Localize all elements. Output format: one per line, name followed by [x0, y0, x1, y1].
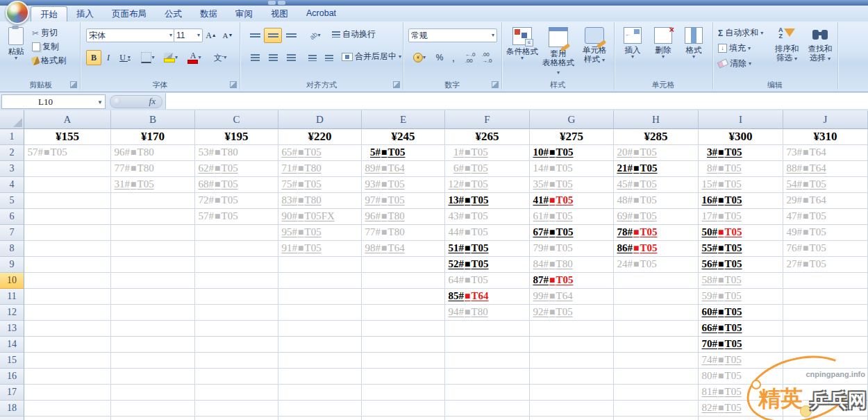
cell-H3[interactable]: 21#■T05 — [614, 161, 699, 177]
cell-J16[interactable] — [783, 369, 868, 385]
row-header-3[interactable]: 3 — [0, 161, 24, 177]
cell-G15[interactable] — [530, 353, 614, 369]
accounting-format-button[interactable]: ¥▾ — [408, 50, 431, 65]
cell-A12[interactable] — [24, 305, 111, 321]
cell-A2[interactable]: 57#■T05 — [24, 145, 111, 161]
cell-D16[interactable] — [278, 369, 362, 385]
cell-F4[interactable]: 12#■T05 — [445, 177, 530, 193]
cell-J17[interactable] — [783, 385, 868, 401]
cell-G10[interactable]: 87#■T05 — [530, 273, 614, 289]
cell-E19[interactable] — [362, 417, 445, 420]
cell-B6[interactable] — [111, 209, 195, 225]
cell-B9[interactable] — [111, 257, 195, 273]
chevron-down-icon[interactable]: ▼ — [97, 99, 103, 106]
cell-F13[interactable] — [445, 321, 530, 337]
shrink-font-button[interactable]: A▼ — [219, 28, 236, 43]
cell-J11[interactable] — [783, 289, 868, 305]
cell-H6[interactable]: 69#■T05 — [614, 209, 699, 225]
align-center-button[interactable] — [264, 50, 282, 65]
cell-A15[interactable] — [24, 353, 111, 369]
cell-B1[interactable]: ¥170 — [111, 129, 195, 145]
cell-J15[interactable] — [783, 353, 868, 369]
cell-H7[interactable]: 78#■T05 — [614, 225, 699, 241]
cell-E1[interactable]: ¥245 — [362, 129, 445, 145]
cell-I5[interactable]: 16#■T05 — [699, 193, 783, 209]
cell-D3[interactable]: 71#■T80 — [278, 161, 362, 177]
cell-J2[interactable]: 73#■T64 — [783, 145, 868, 161]
cell-J10[interactable] — [783, 273, 868, 289]
insert-function-button[interactable]: fx — [110, 95, 162, 108]
row-header-17[interactable]: 17 — [0, 385, 24, 401]
percent-style-button[interactable]: % — [432, 50, 447, 65]
cell-D14[interactable] — [278, 337, 362, 353]
cell-G18[interactable] — [530, 401, 614, 417]
cell-C11[interactable] — [195, 289, 278, 305]
cell-D2[interactable]: 65#■T05 — [278, 145, 362, 161]
cell-B19[interactable] — [111, 417, 195, 420]
cell-E16[interactable] — [362, 369, 445, 385]
cell-D4[interactable]: 75#■T05 — [278, 177, 362, 193]
format-cells-button[interactable]: 格式 ▾ — [679, 26, 708, 80]
cell-F16[interactable] — [445, 369, 530, 385]
cell-G2[interactable]: 10#■T05 — [530, 145, 614, 161]
cell-I14[interactable]: 70#■T05 — [699, 337, 783, 353]
cell-E2[interactable]: 5#■T05 — [362, 145, 445, 161]
column-header-I[interactable]: I — [699, 110, 783, 129]
cell-I11[interactable]: 59#■T05 — [699, 289, 783, 305]
cell-I17[interactable]: 81#■T05 — [699, 385, 783, 401]
number-dialog-launcher[interactable] — [492, 81, 499, 88]
borders-button[interactable]: ▾ — [137, 50, 158, 65]
autosum-button[interactable]: Σ 自动求和▾ — [718, 27, 763, 39]
row-header-11[interactable]: 11 — [0, 289, 24, 305]
office-button[interactable] — [6, 1, 29, 24]
cell-I19[interactable] — [699, 417, 783, 420]
cell-I12[interactable]: 60#■T05 — [699, 305, 783, 321]
cell-D5[interactable]: 83#■T80 — [278, 193, 362, 209]
cell-A1[interactable]: ¥155 — [24, 129, 111, 145]
cell-H10[interactable] — [614, 273, 699, 289]
cell-J13[interactable] — [783, 321, 868, 337]
cell-E3[interactable]: 89#■T64 — [362, 161, 445, 177]
cell-C18[interactable] — [195, 401, 278, 417]
cell-B5[interactable] — [111, 193, 195, 209]
cell-E7[interactable]: 77#■T80 — [362, 225, 445, 241]
cell-A14[interactable] — [24, 337, 111, 353]
italic-button[interactable]: I — [101, 50, 115, 65]
align-right-button[interactable] — [282, 50, 300, 65]
row-header-1[interactable]: 1 — [0, 129, 24, 145]
cell-C2[interactable]: 53#■T80 — [195, 145, 278, 161]
cell-I10[interactable]: 58#■T05 — [699, 273, 783, 289]
cell-F17[interactable] — [445, 385, 530, 401]
cell-F5[interactable]: 13#■T05 — [445, 193, 530, 209]
cell-F2[interactable]: 1#■T05 — [445, 145, 530, 161]
cell-F10[interactable]: 64#■T05 — [445, 273, 530, 289]
cell-H15[interactable] — [614, 353, 699, 369]
quick-access-icon[interactable] — [278, 1, 285, 5]
cell-J19[interactable] — [783, 417, 868, 420]
orientation-button[interactable]: ab▾ — [304, 28, 326, 43]
fill-button[interactable]: ↓ 填充▾ — [718, 42, 751, 54]
fill-color-button[interactable]: ▾ — [160, 50, 182, 65]
cell-F14[interactable] — [445, 337, 530, 353]
cell-E4[interactable]: 93#■T05 — [362, 177, 445, 193]
cell-H12[interactable] — [614, 305, 699, 321]
row-header-5[interactable]: 5 — [0, 193, 24, 209]
row-header-4[interactable]: 4 — [0, 177, 24, 193]
column-header-B[interactable]: B — [111, 110, 195, 129]
cell-A16[interactable] — [24, 369, 111, 385]
cell-F7[interactable]: 44#■T05 — [445, 225, 530, 241]
cell-G14[interactable] — [530, 337, 614, 353]
quick-access-icon[interactable] — [268, 1, 276, 5]
row-header-6[interactable]: 6 — [0, 209, 24, 225]
cell-I18[interactable]: 82#■T05 — [699, 401, 783, 417]
cell-D7[interactable]: 95#■T05 — [278, 225, 362, 241]
cell-A13[interactable] — [24, 321, 111, 337]
alignment-dialog-launcher[interactable] — [393, 81, 400, 88]
cell-I15[interactable]: 74#■T05 — [699, 353, 783, 369]
cell-G5[interactable]: 41#■T05 — [530, 193, 614, 209]
cell-H16[interactable] — [614, 369, 699, 385]
cell-C4[interactable]: 68#■T05 — [195, 177, 278, 193]
cell-E12[interactable] — [362, 305, 445, 321]
cell-I3[interactable]: 8#■T05 — [699, 161, 783, 177]
cell-E14[interactable] — [362, 337, 445, 353]
